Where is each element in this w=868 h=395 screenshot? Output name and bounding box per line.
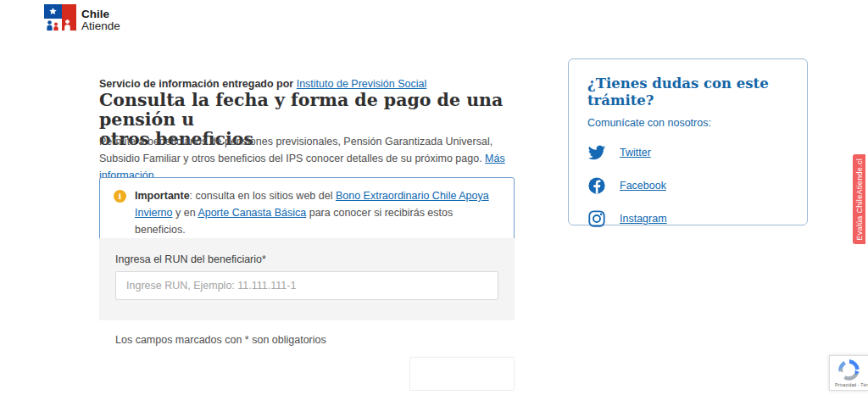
feedback-tab-label: Evalúa ChileAtiende.cl (855, 159, 864, 241)
sidebar-title: ¿Tienes dudas con este trámite? (587, 75, 788, 109)
recaptcha-privacy-terms[interactable]: Privacidad - Términos (835, 382, 868, 387)
notice-label: Importante (135, 190, 190, 202)
instagram-link[interactable]: Instagram (620, 213, 667, 225)
logo-wordmark: Chile Atiende (81, 4, 120, 32)
canasta-basica-link[interactable]: Aporte Canasta Básica (198, 207, 306, 219)
chileatiende-logo[interactable]: Chile Atiende (44, 4, 120, 32)
required-fields-note: Los campos marcados con * son obligatori… (115, 334, 326, 346)
logo-text-chile: Chile (81, 8, 120, 20)
info-icon: i (114, 190, 126, 203)
institution-link[interactable]: Instituto de Previsión Social (297, 78, 427, 90)
facebook-icon (587, 176, 606, 195)
social-row-twitter: Twitter (587, 143, 788, 162)
submit-button[interactable] (409, 357, 515, 391)
instagram-icon (587, 209, 606, 228)
help-sidebar: ¿Tienes dudas con este trámite? Comuníca… (568, 58, 808, 225)
twitter-link[interactable]: Twitter (620, 147, 651, 159)
service-provider-line: Servicio de información entregado por In… (99, 78, 426, 90)
recaptcha-badge[interactable]: Privacidad - Términos (829, 355, 868, 391)
page-description: Permite a beneficiarios de pensiones pre… (99, 133, 520, 184)
chileatiende-flag-icon (44, 4, 76, 31)
social-row-instagram: Instagram (587, 209, 788, 228)
facebook-link[interactable]: Facebook (620, 180, 666, 192)
run-input[interactable] (115, 271, 498, 300)
notice-segment1: : consulta en los sitios web del (190, 190, 336, 202)
run-form-panel: Ingresa el RUN del beneficiario* (99, 238, 515, 320)
notice-text: Importante: consulta en los sitios web d… (135, 187, 502, 238)
run-label: Ingresa el RUN del beneficiario* (115, 253, 266, 265)
social-row-facebook: Facebook (587, 176, 788, 195)
service-provider-prefix: Servicio de información entregado por (99, 78, 297, 90)
page-title-line1: Consulta la fecha y forma de pago de una… (99, 91, 527, 130)
description-text: Permite a beneficiarios de pensiones pre… (99, 136, 492, 164)
twitter-icon (587, 143, 606, 162)
logo-text-atiende: Atiende (81, 20, 120, 32)
sidebar-subtitle: Comunícate con nosotros: (587, 117, 788, 129)
evalua-feedback-tab[interactable]: Evalúa ChileAtiende.cl (853, 154, 865, 244)
notice-segment2: y en (172, 207, 198, 219)
recaptcha-icon (837, 359, 860, 381)
